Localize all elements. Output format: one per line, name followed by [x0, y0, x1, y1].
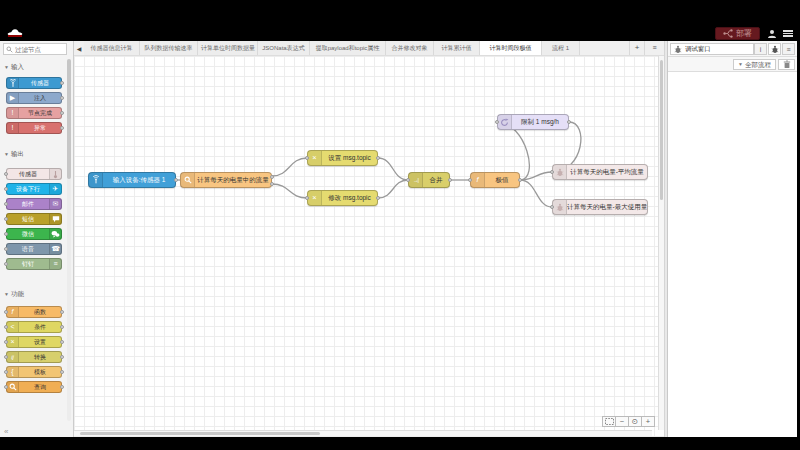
sidebar-tab-debug[interactable] — [768, 43, 781, 55]
palette-node-change[interactable]: × 设置 — [6, 336, 62, 348]
flow-tab-bar: ◀ 传感器信息计算 队列数据传输速率 计算单位时间数据量 JSONata表达式 … — [74, 41, 664, 56]
zoom-in-button[interactable]: + — [641, 416, 655, 427]
tab-flow-8[interactable]: 流程 1 — [542, 41, 580, 56]
flow-list-button[interactable]: ≡ — [644, 41, 664, 56]
palette-node-label: 条件 — [19, 322, 61, 332]
menu-icon — [783, 29, 793, 38]
palette-node-email[interactable]: ✉ 邮件 — [6, 198, 62, 210]
node-label: 修改 msg.topic — [322, 191, 377, 205]
node-input-sensor[interactable]: 输入设备:传感器 1 — [88, 172, 176, 188]
output-port-1[interactable] — [270, 175, 274, 179]
navigator-icon[interactable] — [602, 416, 616, 427]
horizontal-scrollbar[interactable] — [74, 430, 652, 436]
palette-node-sms[interactable]: 短信 — [6, 213, 62, 225]
chat-icon — [49, 214, 61, 224]
palette-node-label: 传感器 — [7, 169, 49, 179]
wire — [520, 172, 552, 180]
palette-scrollbar[interactable] — [67, 59, 71, 421]
debug-clear-button[interactable] — [778, 59, 795, 70]
sidebar-panel-title[interactable]: 调试窗口 — [670, 43, 754, 55]
menu-button[interactable] — [781, 27, 795, 40]
input-port — [4, 325, 8, 329]
output-port[interactable] — [376, 156, 380, 160]
node-calc-daily-flow[interactable]: 计算每天的电量中的流量 — [180, 172, 272, 188]
user-button[interactable] — [765, 27, 779, 40]
palette-node-wechat[interactable]: 微信 — [6, 228, 62, 240]
sidebar-tab-menu[interactable]: ≡ — [782, 43, 795, 55]
input-port[interactable] — [406, 178, 410, 182]
node-extreme-function[interactable]: f 极值 — [470, 172, 520, 188]
tab-flow-1[interactable]: 队列数据传输速率 — [140, 41, 198, 56]
palette-node-inject[interactable]: ▶ 注入 — [6, 92, 62, 104]
scrollbar-thumb[interactable] — [660, 60, 663, 200]
scrollbar-thumb[interactable] — [80, 432, 320, 435]
tab-flow-3[interactable]: JSONata表达式 — [258, 41, 310, 56]
tab-flow-7-active[interactable]: 计算时间段极值 — [480, 41, 542, 56]
palette-node-catch[interactable]: ! 异常 — [6, 122, 62, 134]
node-debug-average[interactable]: 计算每天的电量-平均流量 — [552, 164, 648, 180]
output-port[interactable] — [567, 120, 571, 124]
palette-node-device-downlink[interactable]: ✈ 设备下行 — [6, 183, 62, 195]
palette-node-sensor-in[interactable]: 传感器 — [6, 77, 62, 89]
input-port[interactable] — [495, 120, 499, 124]
deploy-button[interactable]: 部署 — [715, 27, 760, 40]
input-port[interactable] — [550, 170, 554, 174]
palette-node-sensor-out[interactable]: 传感器 — [6, 168, 62, 180]
search-icon — [7, 382, 19, 392]
node-modify-topic[interactable]: × 修改 msg.topic — [307, 190, 378, 206]
input-port — [4, 355, 8, 359]
palette-section-input[interactable]: ▼输入 — [4, 63, 24, 72]
tab-flow-0[interactable]: 传感器信息计算 — [84, 41, 140, 56]
palette-node-voice[interactable]: ☎ 语音 — [6, 243, 62, 255]
sidebar: 调试窗口 i ≡ ▼ 全部流程 — [668, 41, 797, 437]
palette-section-function[interactable]: ▼功能 — [4, 290, 24, 299]
palette-section-output[interactable]: ▼输出 — [4, 150, 24, 159]
input-port[interactable] — [305, 156, 309, 160]
wires-layer — [74, 56, 664, 437]
input-port[interactable] — [305, 196, 309, 200]
node-red-app: 部署 ▼输入 传感器 — [0, 0, 797, 437]
output-port — [60, 370, 64, 374]
add-flow-button[interactable]: + — [629, 41, 644, 56]
input-port — [4, 370, 8, 374]
output-port[interactable] — [376, 196, 380, 200]
debug-filter-button[interactable]: ▼ 全部流程 — [733, 59, 776, 70]
palette-node-dingtalk[interactable]: ≡ 钉钉 — [6, 258, 62, 270]
chevron-down-icon: ▼ — [4, 64, 9, 70]
output-port[interactable] — [518, 178, 522, 182]
node-set-topic[interactable]: × 设置 msg.topic — [307, 150, 378, 166]
palette-node-label: 传感器 — [19, 78, 61, 88]
palette-filter-input[interactable] — [15, 44, 65, 54]
sidebar-tab-info[interactable]: i — [754, 43, 767, 55]
palette-node-range[interactable]: ij 转换 — [6, 351, 62, 363]
node-red-logo[interactable] — [7, 23, 23, 38]
tab-flow-2[interactable]: 计算单位时间数据量 — [198, 41, 258, 56]
palette-node-template[interactable]: { 模板 — [6, 366, 62, 378]
tab-flow-6[interactable]: 计算累计值 — [434, 41, 480, 56]
palette-node-query[interactable]: 查询 — [6, 381, 62, 393]
input-port[interactable] — [550, 205, 554, 209]
input-port[interactable] — [468, 178, 472, 182]
palette-node-switch[interactable]: < 条件 — [6, 321, 62, 333]
search-icon — [181, 173, 195, 187]
node-label: 计算每天的电量-最大使用量 — [567, 200, 647, 214]
output-port[interactable] — [448, 178, 452, 182]
flow-canvas[interactable]: 输入设备:传感器 1 计算每天的电量中的流量 × 设置 msg.topic × … — [74, 56, 664, 437]
zoom-out-button[interactable]: − — [615, 416, 629, 427]
node-debug-max[interactable]: 计算每天的电量-最大使用量 — [552, 199, 648, 215]
input-port — [4, 247, 8, 251]
tab-flow-4[interactable]: 提取payload和topic属性 — [310, 41, 386, 56]
palette-search[interactable] — [3, 43, 67, 55]
list-icon: ≡ — [49, 259, 61, 269]
palette-collapse-button[interactable]: « — [4, 427, 8, 436]
palette-node-function[interactable]: f 函数 — [6, 306, 62, 318]
palette-node-complete[interactable]: ! 节点完成 — [6, 107, 62, 119]
node-join[interactable]: →| 合并 — [408, 172, 450, 188]
output-port[interactable] — [174, 178, 178, 182]
node-rate-limit[interactable]: 限制 1 msg/h — [497, 114, 569, 130]
tab-flow-5[interactable]: 合并修改对象 — [386, 41, 434, 56]
sidebar-title-label: 调试窗口 — [685, 45, 711, 54]
output-port-2[interactable] — [270, 182, 274, 186]
tab-scroll-left-icon[interactable]: ◀ — [74, 41, 84, 55]
zoom-reset-button[interactable]: ⊙ — [628, 416, 642, 427]
